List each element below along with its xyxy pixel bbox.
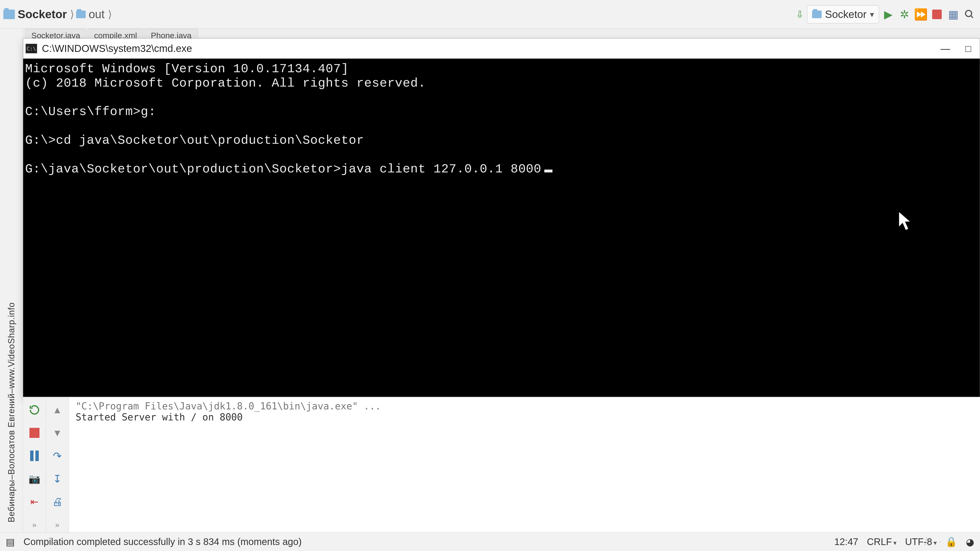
status-message: Compilation completed successfully in 3 … — [24, 537, 302, 547]
file-encoding[interactable]: UTF-8▾ — [905, 537, 937, 547]
run-button[interactable]: ▶ — [881, 7, 895, 22]
watermark-dash: – — [6, 388, 16, 394]
more-button[interactable]: » — [51, 518, 64, 532]
stop-button[interactable] — [27, 426, 41, 440]
run-config-selector[interactable]: Socketor ▾ — [807, 5, 879, 24]
debug-button[interactable]: ✲ — [897, 7, 912, 22]
watermark-line1: www.VideoSharp.info — [6, 302, 16, 389]
text-cursor — [544, 170, 552, 172]
watermark-line3: Вебинары — [6, 480, 16, 522]
chevron-right-icon: ⟩ — [70, 8, 75, 20]
cmd-line: (c) 2018 Microsoft Corporation. All righ… — [25, 76, 426, 91]
search-everywhere-button[interactable] — [962, 7, 977, 22]
sync-icon[interactable]: ⇩ — [795, 9, 805, 20]
cmd-window: C:\ C:\WINDOWS\system32\cmd.exe — □ Micr… — [23, 38, 980, 397]
chevron-right-icon: ⟩ — [107, 8, 113, 20]
soft-wrap-button[interactable]: ↷ — [51, 449, 64, 463]
left-gutter: www.VideoSharp.info – Волосатов Евгений … — [0, 29, 23, 532]
cmd-title: C:\WINDOWS\system32\cmd.exe — [42, 43, 934, 54]
watermark-line2: Волосатов Евгений — [6, 394, 16, 475]
run-toolbar-right: ▲ ▼ ↷ ↧ 🖨 » — [46, 397, 69, 532]
cmd-line: C:\Users\fform>g: — [25, 105, 156, 119]
minimize-button[interactable]: — — [939, 42, 952, 55]
run-tool-window: 📷 ⇤ » ▲ ▼ ↷ ↧ 🖨 » "C:\Program Files\Java… — [23, 397, 980, 532]
status-bar: ▤ Compilation completed successfully in … — [0, 532, 980, 551]
tool-window-toggle-icon[interactable]: ▤ — [6, 537, 15, 548]
print-button[interactable]: 🖨 — [51, 495, 64, 509]
up-button[interactable]: ▲ — [51, 403, 64, 417]
cmd-titlebar[interactable]: C:\ C:\WINDOWS\system32\cmd.exe — □ — [23, 38, 980, 59]
more-button[interactable]: » — [27, 518, 41, 532]
svg-point-0 — [966, 10, 972, 16]
main-toolbar: Socketor ⟩ out ⟩ ⇩ Socketor ▾ ▶ ✲ ⏩ ▦ — [0, 0, 980, 29]
cmd-line: G:\>cd java\Socketor\out\production\Sock… — [25, 133, 364, 148]
caret-position[interactable]: 12:47 — [834, 537, 858, 547]
project-folder-icon — [3, 10, 15, 19]
console-line: Started Server with / on 8000 — [76, 411, 973, 422]
run-toolbar-left: 📷 ⇤ » — [23, 397, 46, 532]
scroll-to-end-button[interactable]: ↧ — [51, 472, 64, 486]
svg-line-1 — [971, 16, 973, 18]
stop-button[interactable] — [930, 7, 944, 22]
line-ending[interactable]: CRLF▾ — [867, 537, 896, 547]
breadcrumb[interactable]: Socketor ⟩ out ⟩ — [3, 8, 113, 21]
chevron-down-icon: ▾ — [870, 10, 874, 19]
breadcrumb-project[interactable]: Socketor — [16, 8, 68, 21]
cmd-line: Microsoft Windows [Version 10.0.17134.40… — [25, 62, 349, 76]
breadcrumb-folder[interactable]: out — [87, 8, 106, 21]
run-config-label: Socketor — [825, 8, 867, 20]
watermark-dash: – — [6, 475, 16, 480]
run-coverage-button[interactable]: ⏩ — [913, 7, 928, 22]
dump-threads-button[interactable]: 📷 — [27, 472, 41, 486]
console-output[interactable]: "C:\Program Files\Java\jdk1.8.0_161\bin\… — [69, 397, 980, 532]
layout-button[interactable]: ▦ — [946, 7, 960, 22]
console-line: "C:\Program Files\Java\jdk1.8.0_161\bin\… — [76, 400, 973, 411]
down-button[interactable]: ▼ — [51, 426, 64, 440]
folder-icon — [76, 11, 86, 18]
module-icon — [812, 11, 822, 18]
maximize-button[interactable]: □ — [962, 42, 975, 55]
cmd-line: G:\java\Socketor\out\production\Socketor… — [25, 162, 541, 176]
exit-button[interactable]: ⇤ — [27, 495, 41, 509]
lock-icon[interactable]: 🔒 — [945, 536, 957, 548]
pause-button[interactable] — [27, 449, 41, 463]
cmd-output[interactable]: Microsoft Windows [Version 10.0.17134.40… — [23, 59, 980, 397]
cmd-icon: C:\ — [25, 44, 37, 53]
inspection-icon[interactable]: ◕ — [966, 537, 974, 548]
rerun-button[interactable] — [27, 403, 41, 417]
